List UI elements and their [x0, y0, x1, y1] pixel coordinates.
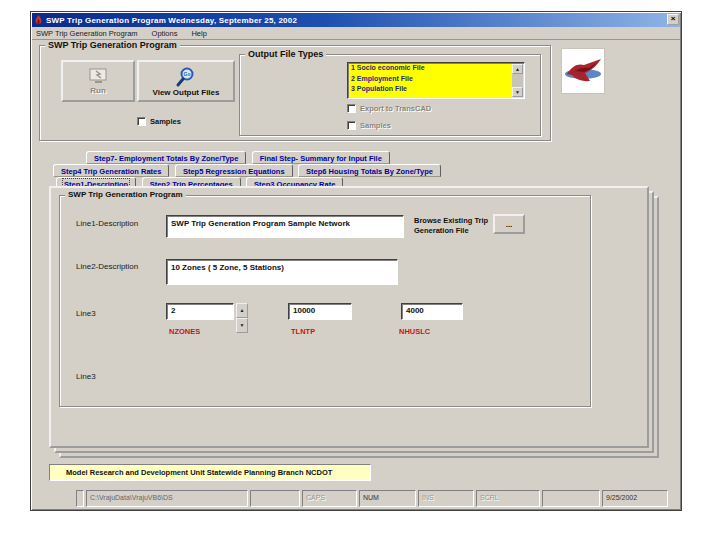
tab-row-2: Step4 Trip Generation Rates Step5 Regres… [53, 160, 442, 173]
status-date: 9/25/2002 [602, 490, 668, 507]
ncdot-bird-icon [563, 51, 603, 91]
tlntp-input[interactable]: 10000 [288, 303, 352, 320]
menu-bar: SWP Trip Generation Program Options Help [32, 27, 680, 40]
samples-checkbox[interactable]: Samples [137, 117, 181, 126]
samples2-checkbox-box[interactable] [347, 121, 356, 130]
browse-button[interactable]: ... [493, 214, 525, 234]
line2-description-label: Line2-Description [76, 262, 138, 271]
status-caps: CAPS [302, 490, 357, 507]
samples2-checkbox[interactable]: Samples [347, 121, 391, 130]
close-icon[interactable]: × [667, 14, 679, 25]
scroll-up-icon[interactable]: ▲ [512, 64, 523, 74]
run-monitor-icon [87, 68, 109, 86]
nzones-variable-label: NZONES [169, 327, 200, 336]
line2-description-input[interactable]: 10 Zones ( 5 Zone, 5 Stations) [166, 259, 398, 285]
run-button[interactable]: Run [61, 60, 135, 102]
nzones-stepper[interactable]: ▲ ▼ [236, 303, 248, 333]
nhuslc-input[interactable]: 4000 [401, 303, 463, 320]
view-output-files-label: View Output Files [153, 88, 220, 97]
list-item[interactable]: 2 Employment File [348, 74, 524, 85]
menu-item-options[interactable]: Options [152, 29, 178, 38]
nhuslc-variable-label: NHUSLC [399, 327, 430, 336]
status-path: C:\VrajuData\VrajuVB6\DS [86, 490, 248, 507]
export-transcad-checkbox[interactable]: Export to TransCAD [347, 104, 431, 113]
list-item[interactable]: 1 Socio economic File [348, 63, 524, 74]
samples-checkbox-label: Samples [150, 117, 181, 126]
top-groupbox-title: SWP Trip Generation Program [45, 40, 180, 50]
spin-down-icon[interactable]: ▼ [236, 318, 248, 333]
export-transcad-label: Export to TransCAD [360, 104, 431, 113]
status-scrl: SCRL [476, 490, 540, 507]
menu-item-program[interactable]: SWP Trip Generation Program [36, 29, 138, 38]
output-file-types-title: Output File Types [245, 49, 326, 59]
view-output-files-button[interactable]: Go View Output Files [137, 60, 235, 102]
title-bar[interactable]: SWP Trip Generation Program Wednesday, S… [32, 13, 680, 27]
samples-checkbox-box[interactable] [137, 117, 146, 126]
magnifier-go-icon: Go [175, 66, 197, 88]
line3-label: Line3 [76, 309, 96, 318]
status-ins: INS [418, 490, 474, 507]
listbox-scrollbar[interactable]: ▲ ▼ [512, 64, 523, 97]
line1-description-input[interactable]: SWP Trip Generation Program Sample Netwo… [166, 215, 404, 238]
browse-existing-label: Browse Existing Trip Generation File [414, 216, 492, 235]
menu-item-help[interactable]: Help [191, 29, 206, 38]
credit-bar: Model Research and Development Unit Stat… [49, 464, 371, 481]
status-num: NUM [359, 490, 416, 507]
svg-text:Go: Go [184, 71, 191, 77]
output-file-types-listbox[interactable]: 1 Socio economic File 2 Employment File … [347, 62, 525, 99]
slide-background: SWP Trip Generation Program Wednesday, S… [0, 0, 720, 540]
status-bar: C:\VrajuData\VrajuVB6\DS CAPS NUM INS SC… [76, 490, 676, 507]
nzones-input[interactable]: 2 [166, 303, 234, 320]
export-transcad-checkbox-box[interactable] [347, 104, 356, 113]
scroll-down-icon[interactable]: ▼ [512, 87, 523, 97]
tab-row-3: Step1-Description Step2 Trip Percentages… [56, 173, 344, 186]
status-spacer [76, 490, 84, 507]
tlntp-variable-label: TLNTP [291, 327, 315, 336]
list-item[interactable]: 3 Population File [348, 84, 524, 95]
window-title: SWP Trip Generation Program Wednesday, S… [46, 16, 297, 25]
form-groupbox-title: SWP Trip Generation Program [65, 190, 186, 199]
status-spacer [542, 490, 600, 507]
spin-up-icon[interactable]: ▲ [236, 303, 248, 318]
line1-description-label: Line1-Description [76, 219, 138, 228]
app-flame-icon [34, 15, 43, 26]
status-spacer [250, 490, 300, 507]
browse-button-label: ... [506, 220, 513, 229]
run-button-label: Run [90, 86, 106, 95]
app-window: SWP Trip Generation Program Wednesday, S… [30, 11, 682, 511]
tab-row-1: Step7- Employment Totals By Zone/Type Fi… [86, 147, 391, 160]
ncdot-bird-logo [561, 48, 605, 94]
samples2-checkbox-label: Samples [360, 121, 391, 130]
line4-label: Line3 [76, 372, 96, 381]
